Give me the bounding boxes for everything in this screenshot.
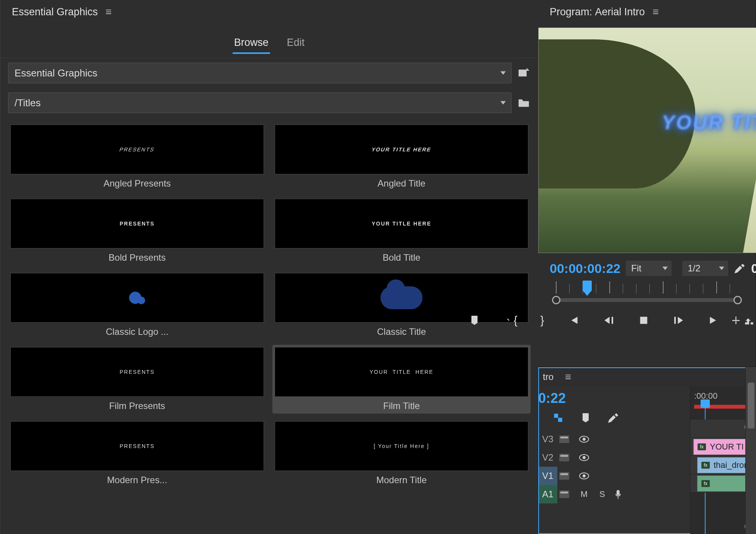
template-thumb[interactable]: YOUR TITLE HEREAngled Title [272,122,531,191]
template-thumb[interactable]: Classic Logo ... [8,271,266,339]
resolution-dropdown[interactable]: 1/2 [682,261,728,276]
add-marker-icon[interactable] [468,313,481,327]
monitor-playhead[interactable] [583,281,592,291]
template-thumb[interactable]: Classic Title [272,271,531,339]
track-header-v2[interactable]: V2 [538,448,690,467]
eg-panel-header: Essential Graphics ≡ [0,0,538,24]
current-timecode[interactable]: 00:00:00:22 [550,261,620,276]
chevron-down-icon [500,71,506,75]
button-editor-plus-icon[interactable]: + [732,312,740,329]
svg-rect-14 [560,492,568,493]
template-label: Classic Logo ... [10,326,264,337]
duration-timecode: 00:00:13:04 [751,261,756,276]
program-video-frame[interactable]: YOUR TITLE HERE [538,28,756,253]
panel-menu-icon[interactable]: ≡ [105,6,112,18]
lift-icon[interactable] [743,313,755,327]
template-label: Film Presents [10,401,264,411]
timeline-timecode[interactable]: 0:22 [538,386,690,410]
timeline-panel: tro ≡ 0:22 V3 V2 [538,367,756,534]
scrub-handle-left[interactable] [552,296,560,304]
template-thumb[interactable]: YOUR TITLE HEREFilm Title [272,345,531,414]
program-scrubber[interactable] [552,284,742,307]
fx-badge-icon: fx [701,462,710,469]
timeline-zoom-scrollbar[interactable] [745,367,756,534]
timeline-track-header-area: 0:22 V3 V2 [538,386,690,534]
template-thumb[interactable]: PRESENTSBold Presents [8,196,266,265]
track-header-a1[interactable]: A1 M S [538,485,690,503]
template-label: Bold Presents [10,252,264,263]
mark-out-icon[interactable]: } [540,313,544,327]
tab-edit[interactable]: Edit [285,33,306,54]
step-forward-icon[interactable] [673,313,685,327]
svg-rect-2 [560,437,568,438]
svg-point-12 [583,474,586,477]
track-header-v1[interactable]: V1 [538,467,690,485]
go-to-out-icon[interactable] [708,313,720,327]
program-title-name: Aerial Intro [595,6,645,18]
timeline-tab-header[interactable]: tro ≡ [538,367,756,386]
source-patch-icon[interactable] [557,433,571,445]
toggle-track-output-icon[interactable] [577,433,591,445]
template-preview: PRESENTS [10,347,264,397]
marker-tool-icon[interactable] [580,412,592,424]
settings-wrench-icon[interactable] [733,262,746,274]
eg-panel-title: Essential Graphics [12,6,98,18]
svg-rect-0 [640,317,647,324]
track-header-v3[interactable]: V3 [538,430,690,448]
essential-graphics-panel: Essential Graphics ≡ Browse Edit Essenti… [0,0,538,534]
template-label: Classic Title [275,326,528,337]
panel-menu-icon[interactable]: ≡ [652,6,659,18]
svg-rect-15 [617,490,620,495]
template-label: Film Title [275,401,528,411]
eg-folder-dropdown[interactable]: /Titles [8,93,512,113]
program-title-prefix: Program: [550,6,592,18]
scrub-handle-right[interactable] [733,296,742,304]
toggle-track-output-icon[interactable] [577,470,591,482]
fx-badge-icon: fx [698,443,706,450]
voice-over-record-icon[interactable] [614,489,622,499]
new-library-icon[interactable] [517,66,531,80]
play-stop-icon[interactable] [638,313,650,327]
template-label: Bold Title [275,252,528,263]
snap-icon[interactable] [552,412,564,424]
source-patch-icon[interactable] [557,470,571,482]
chevron-down-icon [719,267,724,270]
toggle-track-output-icon[interactable] [577,452,591,463]
clip-label: YOUR TI [710,442,744,452]
template-label: Modern Title [275,475,528,485]
svg-rect-10 [560,473,568,475]
svg-point-8 [583,456,586,459]
program-panel-header: Program: Aerial Intro ≡ [538,0,756,24]
go-to-in-icon[interactable] [567,313,580,327]
eg-library-dropdown[interactable]: Essential Graphics [8,63,512,83]
tab-browse[interactable]: Browse [233,33,270,54]
template-preview [10,273,264,323]
svg-point-4 [583,438,586,441]
template-preview: YOUR TITLE HERE [275,347,528,397]
template-thumb[interactable]: PRESENTSFilm Presents [8,345,266,414]
mute-button[interactable]: M [577,489,591,500]
template-thumb[interactable]: YOUR TITLE HEREBold Title [272,196,531,265]
template-label: Angled Title [275,178,528,189]
template-thumb[interactable]: [ Your Title Here ]Modern Title [272,419,531,488]
svg-rect-6 [560,455,568,457]
template-preview [275,273,528,323]
source-patch-icon[interactable] [557,452,571,463]
folder-icon[interactable] [517,96,531,110]
template-thumb[interactable]: PRESENTSModern Pres... [8,419,266,488]
template-thumb[interactable]: PRESENTSAngled Presents [8,122,266,191]
timeline-settings-icon[interactable] [607,412,619,424]
panel-menu-icon[interactable]: ≡ [565,371,571,383]
template-preview: YOUR TITLE HERE [275,199,528,248]
template-preview: PRESENTS [10,421,264,471]
source-patch-icon[interactable] [557,489,571,500]
step-back-icon[interactable] [602,313,615,327]
template-preview: [ Your Title Here ] [275,421,528,471]
eg-tab-bar: Browse Edit [0,24,538,58]
chevron-down-icon [662,267,668,270]
zoom-fit-dropdown[interactable]: Fit [626,261,672,276]
solo-button[interactable]: S [599,489,605,499]
template-preview: PRESENTS [10,199,264,248]
mark-in-icon[interactable]: { [503,313,517,327]
fx-badge-icon: fx [701,480,710,487]
